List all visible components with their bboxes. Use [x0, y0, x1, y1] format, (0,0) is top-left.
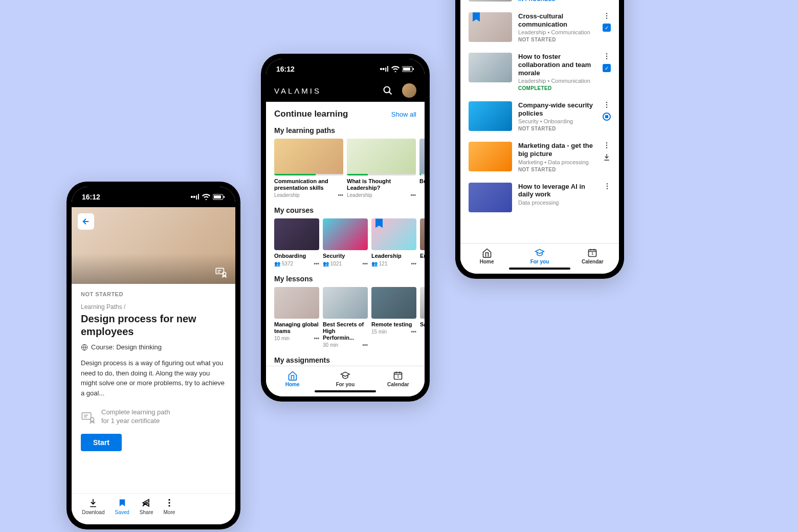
lesson-card[interactable]: Best Secrets of High Performin... 30 min…: [323, 287, 368, 348]
svg-point-8: [168, 499, 170, 501]
course-card[interactable]: En: [420, 218, 425, 266]
share-action[interactable]: Share: [135, 498, 159, 515]
download-icon: [88, 498, 98, 508]
list-item[interactable]: How to leverage AI in daily work Data pr…: [460, 178, 619, 217]
avatar[interactable]: [402, 83, 416, 98]
nav-foryou[interactable]: For you: [513, 243, 566, 269]
svg-rect-1: [214, 195, 221, 198]
status-bar: 16:12 ••ıl: [72, 187, 235, 207]
certificate-icon: [81, 410, 95, 424]
nav-foryou[interactable]: For you: [319, 366, 371, 391]
svg-point-32: [607, 183, 608, 184]
lesson-card[interactable]: Remote testing 15 min•••: [371, 287, 416, 348]
check-icon[interactable]: ✓: [603, 64, 611, 72]
status-indicators: ••ıl: [190, 193, 225, 201]
page-title: Design process for new employees: [81, 313, 226, 338]
home-indicator: [315, 390, 376, 392]
cert-line-2: for 1 year certificate: [101, 417, 170, 426]
description: Design process is a way of figuring out …: [81, 358, 226, 398]
course-card[interactable]: Onboarding 👥 5372•••: [274, 218, 319, 266]
svg-point-30: [606, 145, 607, 146]
more-action[interactable]: More: [159, 498, 181, 515]
learning-paths-row: Communication and presentation skills Le…: [266, 139, 425, 198]
list-item[interactable]: Design thinking in business Leadership •…: [460, 0, 619, 7]
phone-detail-view: 16:12 ••ıl NOT STARTED Learning Paths / …: [66, 182, 240, 529]
path-card[interactable]: What is Thought Leadership? Leadership••…: [347, 139, 416, 198]
svg-point-31: [606, 147, 607, 148]
status-time: 16:12: [276, 65, 295, 73]
wifi-icon: [202, 194, 210, 200]
nav-calendar[interactable]: 1 Calendar: [566, 243, 619, 269]
back-button[interactable]: [78, 213, 94, 230]
svg-point-10: [168, 505, 170, 506]
kebab-icon[interactable]: [603, 101, 610, 108]
app-header: VALΛMIS: [266, 79, 425, 102]
learning-paths-title: My learning paths: [266, 123, 425, 139]
nav-home[interactable]: Home: [460, 243, 513, 269]
signal-icon: ••ıl: [380, 65, 389, 73]
course-card[interactable]: Leadership 👥 121•••: [371, 218, 416, 266]
download-icon[interactable]: [603, 153, 611, 161]
svg-text:1: 1: [397, 374, 399, 378]
list-item[interactable]: Marketing data - get the big picture Mar…: [460, 137, 619, 177]
nav-home[interactable]: Home: [266, 366, 319, 391]
battery-icon: [402, 66, 414, 72]
breadcrumb[interactable]: Learning Paths /: [81, 303, 226, 311]
kebab-icon[interactable]: [603, 12, 610, 19]
svg-point-26: [606, 102, 607, 103]
kebab-icon[interactable]: [603, 142, 610, 149]
calendar-icon: 1: [587, 248, 597, 258]
course-card[interactable]: Security 👥 1021•••: [323, 218, 368, 266]
more-dots-icon[interactable]: •••: [314, 261, 319, 267]
more-dots-icon[interactable]: •••: [362, 261, 368, 267]
svg-rect-12: [403, 68, 410, 71]
stop-icon[interactable]: [603, 113, 611, 121]
svg-point-9: [168, 502, 170, 503]
check-icon[interactable]: ✓: [603, 24, 611, 32]
svg-point-25: [606, 58, 607, 59]
status-label: NOT STARTED: [81, 291, 226, 297]
app-logo: VALΛMIS: [274, 86, 321, 95]
more-vertical-icon: [164, 498, 174, 508]
bookmark-icon: [118, 498, 127, 508]
status-time: 16:12: [82, 193, 100, 201]
download-action[interactable]: Download: [77, 498, 109, 515]
show-all-link[interactable]: Show all: [391, 110, 416, 118]
more-dots-icon[interactable]: •••: [411, 329, 416, 335]
list-scroll[interactable]: Design thinking in business Leadership •…: [460, 0, 619, 243]
kebab-icon[interactable]: [603, 53, 610, 60]
path-card[interactable]: Bo: [419, 139, 425, 198]
more-dots-icon[interactable]: •••: [338, 192, 343, 198]
more-dots-icon[interactable]: •••: [411, 261, 416, 267]
status-bar: 16:12 ••ıl: [266, 59, 425, 79]
more-dots-icon[interactable]: •••: [410, 192, 416, 198]
nav-calendar[interactable]: 1 Calendar: [372, 366, 425, 391]
list-item[interactable]: How to foster collaboration and team mor…: [460, 48, 619, 96]
bookmark-ribbon-icon: [375, 218, 383, 228]
courses-title: My courses: [266, 203, 425, 218]
home-scroll[interactable]: Continue learning Show all My learning p…: [266, 102, 425, 371]
svg-point-22: [606, 18, 607, 19]
wifi-icon: [391, 66, 400, 72]
kebab-icon[interactable]: [604, 183, 611, 190]
saved-action[interactable]: Saved: [109, 498, 134, 515]
lesson-card[interactable]: Sa: [420, 287, 425, 348]
search-icon[interactable]: [383, 85, 393, 96]
svg-rect-6: [82, 413, 91, 419]
lesson-card[interactable]: Managing global teams 10 min•••: [274, 287, 319, 348]
lessons-row: Managing global teams 10 min••• Best Sec…: [266, 287, 425, 348]
svg-point-21: [606, 15, 607, 16]
list-item[interactable]: Company-wide security policies Security …: [460, 96, 619, 137]
more-dots-icon[interactable]: •••: [362, 342, 368, 348]
course-info: Course: Design thinking: [81, 343, 226, 351]
svg-point-33: [607, 185, 608, 186]
certificate-badge-icon: [214, 265, 228, 279]
calendar-icon: 1: [393, 370, 403, 381]
list-item[interactable]: Cross-cultural communication Leadership …: [460, 7, 619, 48]
continue-learning-title: Continue learning: [274, 109, 348, 119]
more-dots-icon[interactable]: •••: [314, 336, 319, 341]
arrow-left-icon: [81, 217, 91, 226]
start-button[interactable]: Start: [81, 434, 122, 451]
path-card[interactable]: Communication and presentation skills Le…: [274, 139, 343, 198]
svg-rect-13: [413, 68, 414, 70]
